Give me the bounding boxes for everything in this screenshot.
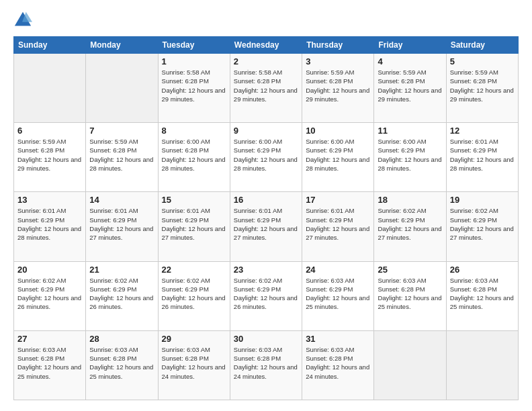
day-number: 6	[17, 126, 82, 136]
calendar-day-cell: 17Sunrise: 6:01 AMSunset: 6:29 PMDayligh…	[302, 192, 374, 261]
calendar-day-cell: 7Sunrise: 5:59 AMSunset: 6:28 PMDaylight…	[86, 123, 158, 192]
calendar-header-row: SundayMondayTuesdayWednesdayThursdayFrid…	[14, 37, 519, 54]
calendar-day-cell: 18Sunrise: 6:02 AMSunset: 6:29 PMDayligh…	[374, 192, 446, 261]
calendar-week-row: 1Sunrise: 5:58 AMSunset: 6:28 PMDaylight…	[14, 54, 519, 123]
day-info: Sunrise: 6:00 AMSunset: 6:28 PMDaylight:…	[162, 137, 226, 173]
day-info: Sunrise: 6:01 AMSunset: 6:29 PMDaylight:…	[450, 137, 515, 173]
day-info: Sunrise: 6:03 AMSunset: 6:28 PMDaylight:…	[234, 345, 298, 381]
day-number: 12	[450, 126, 515, 136]
calendar-day-cell	[374, 330, 446, 400]
calendar-day-cell: 11Sunrise: 6:00 AMSunset: 6:29 PMDayligh…	[374, 123, 446, 192]
day-number: 15	[162, 195, 226, 205]
calendar-day-cell: 16Sunrise: 6:01 AMSunset: 6:29 PMDayligh…	[230, 192, 302, 261]
day-number: 23	[234, 265, 298, 275]
day-info: Sunrise: 6:03 AMSunset: 6:28 PMDaylight:…	[378, 276, 442, 312]
day-info: Sunrise: 6:02 AMSunset: 6:29 PMDaylight:…	[234, 276, 298, 312]
calendar-day-cell: 2Sunrise: 5:58 AMSunset: 6:28 PMDaylight…	[230, 54, 302, 123]
calendar-day-cell: 21Sunrise: 6:02 AMSunset: 6:29 PMDayligh…	[86, 261, 158, 330]
day-info: Sunrise: 5:58 AMSunset: 6:28 PMDaylight:…	[162, 68, 226, 103]
calendar-week-row: 6Sunrise: 5:59 AMSunset: 6:28 PMDaylight…	[14, 123, 519, 192]
day-number: 16	[234, 195, 298, 205]
day-number: 8	[162, 126, 226, 136]
day-info: Sunrise: 5:59 AMSunset: 6:28 PMDaylight:…	[378, 68, 442, 103]
day-number: 17	[306, 195, 370, 205]
calendar-day-cell: 24Sunrise: 6:03 AMSunset: 6:29 PMDayligh…	[302, 261, 374, 330]
calendar-day-cell: 3Sunrise: 5:59 AMSunset: 6:28 PMDaylight…	[302, 54, 374, 123]
calendar-day-header: Wednesday	[230, 37, 302, 54]
day-info: Sunrise: 5:59 AMSunset: 6:28 PMDaylight:…	[89, 137, 154, 173]
calendar-day-cell: 13Sunrise: 6:01 AMSunset: 6:29 PMDayligh…	[14, 192, 86, 261]
logo-icon	[13, 11, 32, 30]
day-number: 24	[306, 265, 370, 275]
day-number: 30	[234, 334, 298, 344]
day-number: 9	[234, 126, 298, 136]
calendar-day-cell: 10Sunrise: 6:00 AMSunset: 6:29 PMDayligh…	[302, 123, 374, 192]
calendar-day-header: Friday	[374, 37, 446, 54]
day-info: Sunrise: 5:59 AMSunset: 6:28 PMDaylight:…	[17, 137, 82, 173]
calendar-day-cell: 31Sunrise: 6:03 AMSunset: 6:28 PMDayligh…	[302, 330, 374, 400]
calendar-day-cell: 1Sunrise: 5:58 AMSunset: 6:28 PMDaylight…	[158, 54, 230, 123]
calendar-day-cell: 14Sunrise: 6:01 AMSunset: 6:29 PMDayligh…	[86, 192, 158, 261]
day-info: Sunrise: 6:02 AMSunset: 6:29 PMDaylight:…	[89, 276, 154, 312]
calendar-day-cell: 30Sunrise: 6:03 AMSunset: 6:28 PMDayligh…	[230, 330, 302, 400]
day-info: Sunrise: 6:00 AMSunset: 6:29 PMDaylight:…	[306, 137, 370, 173]
calendar-day-cell: 8Sunrise: 6:00 AMSunset: 6:28 PMDaylight…	[158, 123, 230, 192]
day-number: 29	[162, 334, 226, 344]
day-number: 25	[378, 265, 442, 275]
logo	[13, 11, 35, 30]
calendar-day-cell: 6Sunrise: 5:59 AMSunset: 6:28 PMDaylight…	[14, 123, 86, 192]
day-info: Sunrise: 6:02 AMSunset: 6:29 PMDaylight:…	[17, 276, 82, 312]
day-number: 18	[378, 195, 442, 205]
calendar-day-cell	[446, 330, 518, 400]
day-number: 2	[234, 56, 298, 66]
day-info: Sunrise: 6:03 AMSunset: 6:28 PMDaylight:…	[17, 345, 82, 381]
calendar-day-cell	[86, 54, 158, 123]
page: SundayMondayTuesdayWednesdayThursdayFrid…	[0, 0, 532, 411]
calendar-day-cell: 5Sunrise: 5:59 AMSunset: 6:28 PMDaylight…	[446, 54, 518, 123]
calendar-day-header: Monday	[86, 37, 158, 54]
day-number: 11	[378, 126, 442, 136]
day-number: 3	[306, 56, 370, 66]
day-info: Sunrise: 5:59 AMSunset: 6:28 PMDaylight:…	[306, 68, 370, 103]
calendar-day-cell: 25Sunrise: 6:03 AMSunset: 6:28 PMDayligh…	[374, 261, 446, 330]
day-info: Sunrise: 6:03 AMSunset: 6:28 PMDaylight:…	[306, 345, 370, 381]
day-number: 27	[17, 334, 82, 344]
calendar-day-cell: 23Sunrise: 6:02 AMSunset: 6:29 PMDayligh…	[230, 261, 302, 330]
day-info: Sunrise: 6:01 AMSunset: 6:29 PMDaylight:…	[89, 206, 154, 242]
day-info: Sunrise: 6:02 AMSunset: 6:29 PMDaylight:…	[378, 206, 442, 242]
calendar-day-header: Thursday	[302, 37, 374, 54]
calendar-day-cell: 20Sunrise: 6:02 AMSunset: 6:29 PMDayligh…	[14, 261, 86, 330]
day-number: 13	[17, 195, 82, 205]
calendar-day-cell: 4Sunrise: 5:59 AMSunset: 6:28 PMDaylight…	[374, 54, 446, 123]
day-info: Sunrise: 6:00 AMSunset: 6:29 PMDaylight:…	[378, 137, 442, 173]
day-number: 26	[450, 265, 515, 275]
day-info: Sunrise: 6:03 AMSunset: 6:29 PMDaylight:…	[306, 276, 370, 312]
calendar-week-row: 20Sunrise: 6:02 AMSunset: 6:29 PMDayligh…	[14, 261, 519, 330]
calendar-week-row: 27Sunrise: 6:03 AMSunset: 6:28 PMDayligh…	[14, 330, 519, 400]
day-info: Sunrise: 5:59 AMSunset: 6:28 PMDaylight:…	[450, 68, 515, 103]
calendar-day-cell: 29Sunrise: 6:03 AMSunset: 6:28 PMDayligh…	[158, 330, 230, 400]
day-info: Sunrise: 6:01 AMSunset: 6:29 PMDaylight:…	[162, 206, 226, 242]
day-number: 10	[306, 126, 370, 136]
day-info: Sunrise: 5:58 AMSunset: 6:28 PMDaylight:…	[234, 68, 298, 103]
day-info: Sunrise: 6:00 AMSunset: 6:29 PMDaylight:…	[234, 137, 298, 173]
calendar-week-row: 13Sunrise: 6:01 AMSunset: 6:29 PMDayligh…	[14, 192, 519, 261]
calendar-day-cell: 27Sunrise: 6:03 AMSunset: 6:28 PMDayligh…	[14, 330, 86, 400]
header	[13, 11, 519, 30]
day-number: 20	[17, 265, 82, 275]
calendar-day-cell: 15Sunrise: 6:01 AMSunset: 6:29 PMDayligh…	[158, 192, 230, 261]
day-info: Sunrise: 6:02 AMSunset: 6:29 PMDaylight:…	[450, 206, 515, 242]
calendar-day-cell: 26Sunrise: 6:03 AMSunset: 6:28 PMDayligh…	[446, 261, 518, 330]
calendar-day-cell: 22Sunrise: 6:02 AMSunset: 6:29 PMDayligh…	[158, 261, 230, 330]
day-info: Sunrise: 6:02 AMSunset: 6:29 PMDaylight:…	[162, 276, 226, 312]
day-number: 5	[450, 56, 515, 66]
day-number: 14	[89, 195, 154, 205]
day-info: Sunrise: 6:01 AMSunset: 6:29 PMDaylight:…	[234, 206, 298, 242]
day-info: Sunrise: 6:03 AMSunset: 6:28 PMDaylight:…	[89, 345, 154, 381]
day-number: 4	[378, 56, 442, 66]
calendar-day-cell: 19Sunrise: 6:02 AMSunset: 6:29 PMDayligh…	[446, 192, 518, 261]
day-number: 22	[162, 265, 226, 275]
calendar-day-header: Sunday	[14, 37, 86, 54]
calendar-day-cell: 28Sunrise: 6:03 AMSunset: 6:28 PMDayligh…	[86, 330, 158, 400]
calendar-table: SundayMondayTuesdayWednesdayThursdayFrid…	[13, 36, 519, 400]
